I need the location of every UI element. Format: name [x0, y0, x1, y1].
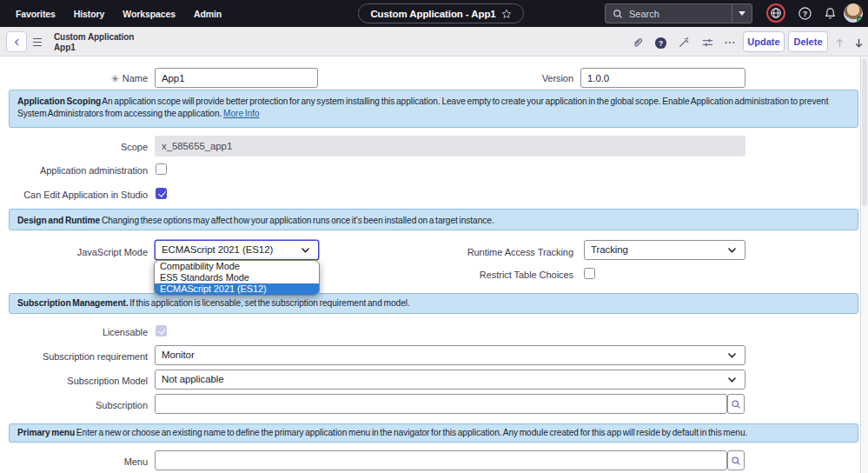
arrow-down-icon — [853, 37, 865, 49]
application-administration-label: Application administration — [0, 164, 148, 177]
application-scoping-note: Application Scoping An application scope… — [9, 90, 858, 128]
subscription-model-select[interactable]: Not applicable — [155, 370, 745, 390]
notifications-button[interactable] — [820, 3, 840, 23]
record-title-line1: Custom Application — [54, 32, 134, 43]
ellipsis-icon — [724, 37, 736, 49]
design-runtime-note-title: Design and Runtime — [17, 216, 100, 225]
runtime-access-tracking-label: Runtime Access Tracking — [400, 246, 573, 258]
global-search[interactable]: Search — [605, 3, 752, 23]
search-icon — [731, 456, 741, 466]
restrict-table-choices-label: Restrict Table Choices — [400, 269, 573, 281]
caret-down-icon — [739, 11, 745, 16]
help-icon: ? — [798, 6, 812, 21]
scope-label: Scope — [0, 141, 148, 153]
update-button[interactable]: Update — [743, 31, 785, 52]
contextual-help-button[interactable]: ? — [653, 35, 668, 50]
sliders-icon — [701, 37, 714, 50]
bell-icon — [824, 7, 837, 20]
chevron-down-icon — [727, 375, 737, 384]
required-asterisk-icon — [111, 75, 119, 83]
javascript-mode-dropdown: Compatibility Mode ES5 Standards Mode EC… — [154, 260, 320, 296]
personalize-button[interactable] — [676, 35, 692, 50]
menu-lookup-button[interactable] — [727, 450, 745, 470]
user-avatar[interactable] — [844, 3, 863, 23]
instance-globe-button[interactable] — [766, 3, 785, 23]
runtime-access-tracking-select[interactable]: Tracking — [584, 240, 745, 260]
chevron-down-icon — [301, 245, 310, 255]
context-menu-button[interactable] — [33, 38, 42, 46]
scope-value: x_585655_app1 — [155, 136, 745, 157]
svg-text:?: ? — [803, 10, 807, 18]
current-app-pill[interactable]: Custom Application - App1 — [358, 3, 524, 23]
menu-input[interactable] — [155, 450, 727, 470]
search-icon — [731, 399, 741, 410]
javascript-mode-select[interactable]: ECMAScript 2021 (ES12) — [155, 240, 319, 260]
back-button[interactable] — [6, 31, 27, 52]
licensable-checkbox — [156, 325, 167, 336]
wand-icon — [678, 37, 690, 49]
application-scoping-note-title: Application Scoping — [17, 97, 101, 106]
chevron-down-icon — [727, 350, 737, 360]
more-actions-button[interactable] — [722, 35, 738, 50]
form-settings-button[interactable] — [699, 35, 715, 50]
subscription-input[interactable] — [155, 394, 727, 414]
record-title-line2: App1 — [54, 43, 134, 53]
help-filled-icon: ? — [654, 37, 667, 50]
search-icon — [613, 9, 623, 19]
record-title: Custom Application App1 — [54, 32, 134, 52]
favorite-star-icon[interactable] — [501, 9, 512, 19]
presence-indicator — [857, 17, 863, 23]
nav-workspaces[interactable]: Workspaces — [123, 9, 176, 19]
current-app-label: Custom Application - App1 — [370, 9, 495, 19]
application-window: Favorites History Workspaces Admin Custo… — [0, 0, 868, 473]
subscription-label: Subscription — [0, 399, 148, 411]
version-input[interactable] — [580, 68, 745, 88]
nav-history[interactable]: History — [74, 9, 104, 19]
option-ecmascript-2021[interactable]: ECMAScript 2021 (ES12) — [155, 283, 319, 295]
subscription-lookup-button[interactable] — [727, 394, 745, 414]
menu-label: Menu — [0, 456, 148, 468]
delete-button[interactable]: Delete — [788, 31, 828, 52]
subscription-management-note-title: Subscription Management. — [17, 298, 129, 308]
help-button[interactable]: ? — [795, 3, 815, 23]
main-nav: Favorites History Workspaces Admin — [16, 0, 222, 27]
subscription-requirement-label: Subscription requirement — [0, 350, 148, 363]
search-placeholder: Search — [629, 9, 732, 19]
attachment-button[interactable] — [630, 35, 646, 50]
option-es5-standards-mode[interactable]: ES5 Standards Mode — [155, 272, 319, 283]
name-input[interactable] — [155, 68, 318, 88]
restrict-table-choices-checkbox[interactable] — [584, 268, 595, 279]
top-header: Favorites History Workspaces Admin Custo… — [0, 0, 868, 27]
chevron-down-icon — [727, 245, 737, 255]
globe-icon — [770, 7, 782, 19]
chevron-left-icon — [13, 38, 21, 46]
primary-menu-note: Primary menu Enter a new or choose an ex… — [9, 423, 858, 443]
scrollbar[interactable] — [860, 57, 868, 473]
option-compatibility-mode[interactable]: Compatibility Mode — [155, 261, 319, 272]
subscription-model-label: Subscription Model — [0, 375, 148, 387]
subscription-management-note: Subscription Management. If this applica… — [9, 293, 858, 314]
subscription-requirement-select[interactable]: Monitor — [155, 345, 745, 365]
more-info-link[interactable]: More Info — [223, 109, 259, 118]
scrollbar-thumb[interactable] — [862, 58, 867, 206]
scroll-up-button[interactable] — [832, 35, 847, 50]
application-administration-checkbox[interactable] — [156, 163, 167, 175]
design-runtime-note: Design and Runtime Changing these option… — [9, 209, 858, 230]
nav-admin[interactable]: Admin — [194, 9, 222, 19]
paperclip-icon — [632, 37, 644, 49]
can-edit-studio-label: Can Edit Application in Studio — [0, 189, 148, 201]
can-edit-studio-checkbox[interactable] — [156, 188, 167, 199]
svg-text:?: ? — [658, 38, 662, 47]
name-label: Name — [0, 72, 148, 84]
arrow-up-icon — [834, 37, 845, 49]
form-toolbar: Custom Application App1 ? Update Delete — [0, 27, 868, 57]
version-label: Version — [408, 72, 573, 84]
primary-menu-note-title: Primary menu — [17, 428, 75, 437]
nav-favorites[interactable]: Favorites — [16, 9, 56, 19]
scroll-down-button[interactable] — [851, 35, 866, 50]
javascript-mode-label: JavaScript Mode — [0, 246, 148, 258]
search-scope-dropdown[interactable] — [732, 4, 752, 23]
licensable-label: Licensable — [0, 326, 148, 338]
